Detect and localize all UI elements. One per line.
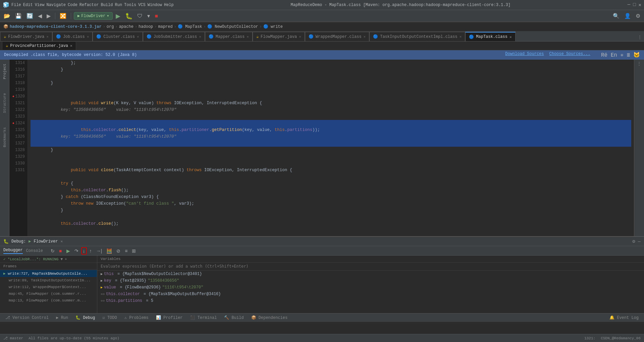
bottom-tab-problems[interactable]: ⚠ Problems <box>122 315 151 321</box>
title-bar-menu-refactor[interactable]: Refactor <box>79 3 99 7</box>
debug-btn-restore-layout[interactable]: ⊞ <box>130 247 138 255</box>
tab-close-jobsubmitter[interactable]: ✕ <box>199 35 201 39</box>
maximize-button[interactable]: □ <box>633 2 636 8</box>
var-expand-collector[interactable]: ○○ <box>101 292 105 296</box>
debug-btn-step-out[interactable]: ↑ <box>88 247 94 255</box>
debug-button[interactable]: 🐛 <box>123 11 134 21</box>
debug-btn-resume[interactable]: ▶ <box>65 247 72 255</box>
frame-item-2[interactable]: write:112, WrappedMapper$Context... <box>0 284 97 290</box>
debug-btn-run-to-cursor[interactable]: →| <box>95 247 104 255</box>
choose-sources-link[interactable]: Choose Sources... <box>549 52 590 58</box>
tab-taskinputoutput[interactable]: 🔵 TaskInputOutputContextImpl.class ✕ <box>369 32 465 41</box>
eval-input[interactable] <box>101 264 641 269</box>
tab-close-flowdriver[interactable]: ✕ <box>46 35 49 39</box>
tab-cluster[interactable]: 🔵 Cluster.class ✕ <box>93 32 143 41</box>
title-bar-menu-window[interactable]: Window <box>148 3 162 7</box>
bottom-tab-profiler[interactable]: 📊 Profiler <box>154 315 185 321</box>
tab-more-button[interactable]: ⋮ <box>636 33 644 41</box>
debug-btn-evaluate[interactable]: 🧮 <box>105 247 114 255</box>
settings-button[interactable]: ⚙ <box>634 12 642 20</box>
var-row-value[interactable]: ▶ value = {FlowBean@2936} "1116\t954\t20… <box>97 284 644 291</box>
tab-close-taskinputoutput[interactable]: ✕ <box>460 35 462 39</box>
tab-job[interactable]: 🔵 Job.class ✕ <box>52 32 93 41</box>
title-bar-menu-navigate[interactable]: Navigate <box>46 3 66 7</box>
frame-item-4[interactable]: map:13, FlowMapper (com.summer.m... <box>0 297 97 304</box>
toolbar-open-button[interactable]: 📂 <box>2 12 12 20</box>
bottom-tab-version-control[interactable]: ⎇ Version Control <box>3 315 51 321</box>
toolbar-forward-button[interactable]: ▶ <box>45 12 52 20</box>
var-row-partitions[interactable]: ○○ this.partitions = 5 <box>97 297 644 304</box>
title-bar-menu-tools[interactable]: Tools <box>124 3 136 7</box>
breadcrumb-jar-name[interactable]: hadoop-mapreduce-client-core-3.1.3.jar <box>10 24 102 29</box>
tab-maptask[interactable]: 🔵 MapTask.class ✕ <box>465 32 515 41</box>
title-bar-menu-file[interactable]: File <box>11 3 21 7</box>
bottom-tab-terminal[interactable]: ⬛ Terminal <box>188 315 219 321</box>
bottom-tab-debug[interactable]: 🐛 Debug <box>73 315 97 321</box>
minimize-button[interactable]: ─ <box>628 2 630 8</box>
debug-btn-step-over[interactable]: ↷ <box>73 247 80 255</box>
debug-subtab-console[interactable]: Console <box>26 249 43 253</box>
toolbar-save-button[interactable]: 💾 <box>13 12 23 20</box>
user-profile-button[interactable]: 👤 <box>623 12 633 20</box>
tab-close-job[interactable]: ✕ <box>87 35 89 39</box>
debug-settings-icon[interactable]: ⚙ <box>632 238 635 244</box>
info-bar-lang-toggle[interactable]: Rё En ✳ ≣ 🐱 <box>601 52 640 58</box>
sidebar-icon-bookmarks[interactable]: Bookmarks <box>1 126 8 148</box>
download-sources-link[interactable]: Download Sources <box>505 52 544 58</box>
var-expand-value[interactable]: ▶ <box>101 285 103 289</box>
tab-wrappedmapper[interactable]: 🔵 WrappedMapper.class ✕ <box>305 32 369 41</box>
run-button[interactable]: ▶ <box>114 11 122 21</box>
debug-btn-step-into[interactable]: ↓ <box>81 247 87 255</box>
tab-flowmapper[interactable]: ☕ FlowMapper.java ✕ <box>253 32 305 41</box>
thread-filter-icon[interactable]: ▼ <box>60 257 63 261</box>
tab-flowdriver[interactable]: ☕ FlowDriver.java ✕ <box>0 32 52 41</box>
more-run-button[interactable]: ▾ <box>146 12 152 20</box>
title-bar-menu-view[interactable]: View <box>35 3 45 7</box>
tab-close-flowmapper[interactable]: ✕ <box>299 35 301 39</box>
stop-button[interactable]: ■ <box>153 12 160 20</box>
frame-item-0[interactable]: ▶ write:727, MapTask$NewOutputColle... <box>0 270 97 277</box>
title-bar-menu-edit[interactable]: Edit <box>23 3 33 7</box>
breadcrumb-newoutputcollector[interactable]: 🔵 NewOutputCollector <box>207 24 258 29</box>
breadcrumb-write[interactable]: 🔵 write <box>263 24 283 29</box>
toolbar-sync-button[interactable]: 🔄 <box>25 12 35 20</box>
breadcrumb-hadoop[interactable]: hadoop <box>139 24 153 29</box>
debug-subtab-debugger[interactable]: Debugger <box>3 248 23 254</box>
run-config-selector[interactable]: ▶ FlowDriver ▾ <box>74 12 113 20</box>
frame-item-3[interactable]: map:45, FlowMapper (com.summer.r... <box>0 290 97 297</box>
sidebar-icon-structure[interactable]: Structure <box>1 92 8 114</box>
var-expand-partitions[interactable]: ○○ <box>101 299 105 303</box>
title-bar-menu-vcs[interactable]: VCS <box>138 3 146 7</box>
subtab-provincepartitioner[interactable]: ☕ ProvincePartitioner.java ✕ <box>2 42 76 50</box>
tab-jobsubmitter[interactable]: 🔵 JobSubmitter.class ✕ <box>143 32 205 41</box>
title-bar-menu-run[interactable]: Run <box>115 3 122 7</box>
sidebar-icon-project[interactable]: Project <box>1 62 8 80</box>
bottom-tab-dependencies[interactable]: 📦 Dependencies <box>249 315 290 321</box>
var-expand-key[interactable]: ▶ <box>101 279 103 283</box>
debug-minimize-icon[interactable]: — <box>638 239 641 244</box>
breadcrumb-maptask[interactable]: 🔵 MapTask <box>178 24 202 29</box>
breadcrumb-jar[interactable]: 📦 <box>3 24 8 29</box>
breadcrumb-mapred[interactable]: mapred <box>158 24 173 29</box>
var-expand-this[interactable]: ▶ <box>101 272 103 276</box>
debug-btn-more[interactable]: ≡ <box>123 247 129 255</box>
title-bar-menu-help[interactable]: Help <box>164 3 174 7</box>
thread-add-icon[interactable]: + <box>65 257 67 261</box>
debug-btn-rerun[interactable]: ↻ <box>49 247 56 255</box>
debug-session-close[interactable]: ✕ <box>60 239 63 244</box>
breadcrumb-apache[interactable]: apache <box>119 24 133 29</box>
bottom-tab-build[interactable]: 🔨 Build <box>222 315 246 321</box>
tab-close-wrappedmapper[interactable]: ✕ <box>364 35 366 39</box>
right-sidebar-icon-1[interactable]: ⋮ <box>637 61 641 66</box>
toolbar-breadcrumb-button[interactable]: 🔀 <box>58 12 68 20</box>
var-row-this[interactable]: ▶ this = {MapTask$NewOutputCollector@340… <box>97 271 644 277</box>
debug-btn-mute-breakpoints[interactable]: ⊘ <box>115 247 122 255</box>
title-bar-menu-code[interactable]: Code <box>68 3 77 7</box>
bottom-tab-todo[interactable]: ☑ TODO <box>100 315 119 321</box>
tab-mapper[interactable]: 🔵 Mapper.class ✕ <box>205 32 253 41</box>
var-row-collector[interactable]: ○○ this.collector = {MapTask$MapOutputBu… <box>97 291 644 297</box>
bottom-event-log[interactable]: 🔔 Event Log <box>607 315 641 321</box>
run-coverage-button[interactable]: 🛡 <box>136 12 144 20</box>
title-bar-menu-build[interactable]: Build <box>101 3 113 7</box>
close-button[interactable]: ✕ <box>639 2 641 8</box>
